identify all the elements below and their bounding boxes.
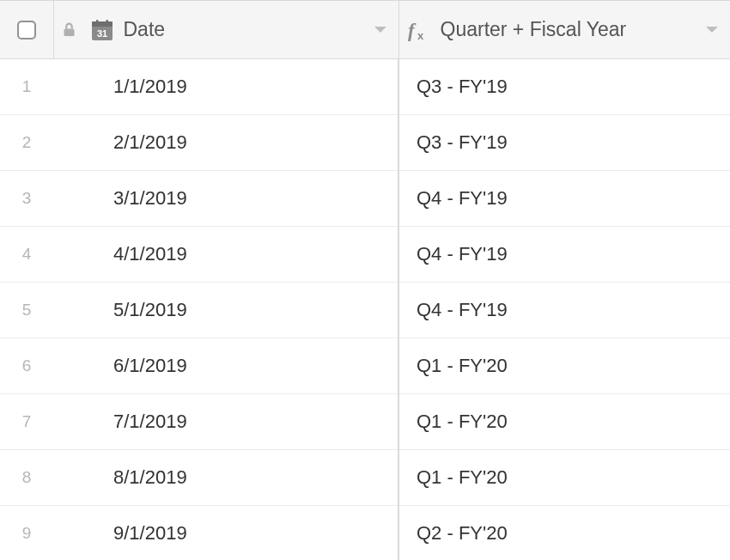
date-column-label: Date (124, 18, 374, 41)
select-all-checkbox[interactable] (17, 21, 36, 40)
formula-cell[interactable]: Q3 - FY'19 (398, 115, 730, 171)
date-cell[interactable]: 1/1/2019 (53, 59, 398, 115)
formula-cell[interactable]: Q2 - FY'20 (398, 506, 730, 561)
date-column-header[interactable]: 31 Date (53, 1, 398, 59)
formula-cell[interactable]: Q3 - FY'19 (398, 59, 730, 115)
row-number[interactable]: 6 (0, 338, 53, 394)
formula-column-header[interactable]: f x Quarter + Fiscal Year (398, 1, 730, 59)
table-row[interactable]: 2 2/1/2019 Q3 - FY'19 (0, 115, 730, 171)
formula-cell[interactable]: Q4 - FY'19 (398, 227, 730, 283)
table-row[interactable]: 6 6/1/2019 Q1 - FY'20 (0, 338, 730, 394)
table-row[interactable]: 9 9/1/2019 Q2 - FY'20 (0, 506, 730, 561)
svg-rect-2 (92, 21, 113, 27)
row-number[interactable]: 5 (0, 283, 53, 338)
svg-text:31: 31 (96, 28, 106, 39)
data-table: 31 Date f (0, 0, 730, 560)
date-cell[interactable]: 8/1/2019 (53, 450, 398, 506)
table-row[interactable]: 8 8/1/2019 Q1 - FY'20 (0, 450, 730, 506)
date-cell[interactable]: 5/1/2019 (53, 283, 398, 338)
table-row[interactable]: 5 5/1/2019 Q4 - FY'19 (0, 283, 730, 338)
row-number[interactable]: 7 (0, 394, 53, 450)
svg-rect-3 (96, 20, 99, 24)
formula-cell[interactable]: Q1 - FY'20 (398, 338, 730, 394)
date-cell[interactable]: 6/1/2019 (53, 338, 398, 394)
formula-icon: f x (408, 19, 430, 41)
row-number[interactable]: 8 (0, 450, 53, 506)
date-cell[interactable]: 3/1/2019 (53, 171, 398, 227)
svg-rect-4 (106, 20, 108, 24)
lock-icon (63, 22, 76, 37)
chevron-down-icon[interactable] (374, 26, 386, 34)
svg-rect-0 (64, 29, 74, 37)
svg-text:f: f (408, 20, 417, 41)
svg-text:x: x (417, 29, 424, 41)
formula-cell[interactable]: Q4 - FY'19 (398, 283, 730, 338)
row-number[interactable]: 2 (0, 115, 53, 171)
row-number[interactable]: 4 (0, 227, 53, 283)
select-all-header[interactable] (0, 1, 53, 59)
table-row[interactable]: 4 4/1/2019 Q4 - FY'19 (0, 227, 730, 283)
table-row[interactable]: 7 7/1/2019 Q1 - FY'20 (0, 394, 730, 450)
date-cell[interactable]: 2/1/2019 (53, 115, 398, 171)
formula-cell[interactable]: Q1 - FY'20 (398, 450, 730, 506)
row-number[interactable]: 9 (0, 506, 53, 561)
formula-column-label: Quarter + Fiscal Year (441, 18, 707, 41)
row-number[interactable]: 3 (0, 171, 53, 227)
row-number[interactable]: 1 (0, 59, 53, 115)
formula-cell[interactable]: Q4 - FY'19 (398, 171, 730, 227)
header-row: 31 Date f (0, 1, 730, 59)
date-cell[interactable]: 4/1/2019 (53, 227, 398, 283)
calendar-icon: 31 (91, 19, 113, 41)
date-cell[interactable]: 9/1/2019 (53, 506, 398, 561)
table-body: 1 1/1/2019 Q3 - FY'19 2 2/1/2019 Q3 - FY… (0, 59, 730, 561)
table-row[interactable]: 3 3/1/2019 Q4 - FY'19 (0, 171, 730, 227)
table-row[interactable]: 1 1/1/2019 Q3 - FY'19 (0, 59, 730, 115)
chevron-down-icon[interactable] (706, 26, 718, 34)
date-cell[interactable]: 7/1/2019 (53, 394, 398, 450)
formula-cell[interactable]: Q1 - FY'20 (398, 394, 730, 450)
